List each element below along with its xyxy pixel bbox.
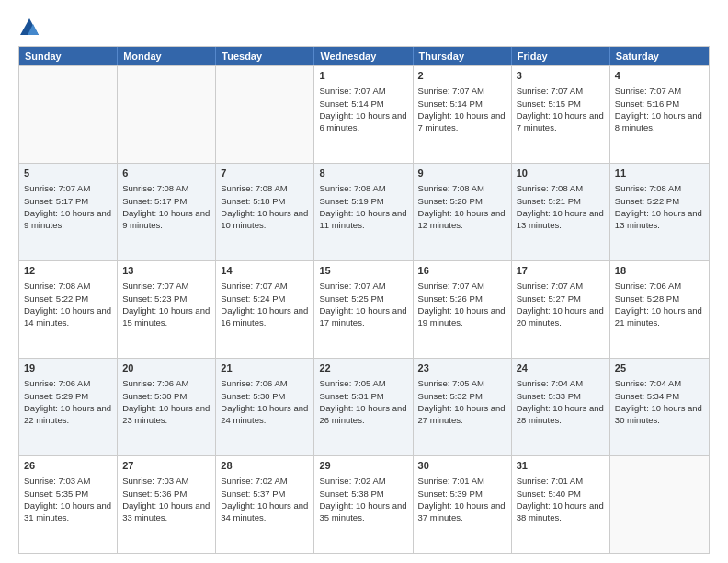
daylight-line: Daylight: 10 hours and 22 minutes. [24, 402, 112, 427]
sunset-line: Sunset: 5:17 PM [24, 195, 112, 207]
daylight-line: Daylight: 10 hours and 6 minutes. [319, 109, 407, 134]
daylight-line: Daylight: 10 hours and 7 minutes. [517, 109, 605, 134]
daylight-line: Daylight: 10 hours and 17 minutes. [319, 304, 407, 329]
sunrise-line: Sunrise: 7:04 AM [517, 377, 605, 389]
daylight-line: Daylight: 10 hours and 30 minutes. [615, 402, 704, 427]
sunset-line: Sunset: 5:30 PM [221, 390, 309, 402]
daylight-line: Daylight: 10 hours and 13 minutes. [517, 207, 605, 232]
sunrise-line: Sunrise: 7:07 AM [418, 85, 506, 97]
sunset-line: Sunset: 5:27 PM [517, 293, 605, 304]
calendar-row: 5Sunrise: 7:07 AMSunset: 5:17 PMDaylight… [19, 163, 709, 260]
day-number: 7 [221, 167, 309, 180]
sunrise-line: Sunrise: 7:05 AM [418, 377, 506, 389]
sunrise-line: Sunrise: 7:07 AM [615, 85, 704, 97]
day-number: 2 [418, 69, 506, 83]
sunrise-line: Sunrise: 7:08 AM [221, 182, 309, 194]
sunset-line: Sunset: 5:14 PM [418, 98, 506, 109]
sunset-line: Sunset: 5:16 PM [615, 98, 704, 109]
day-number: 10 [517, 167, 605, 180]
sunrise-line: Sunrise: 7:07 AM [517, 280, 605, 292]
daylight-line: Daylight: 10 hours and 27 minutes. [418, 402, 506, 427]
sunset-line: Sunset: 5:40 PM [517, 488, 605, 500]
daylight-line: Daylight: 10 hours and 19 minutes. [418, 304, 506, 329]
day-number: 3 [517, 69, 605, 83]
calendar-cell [216, 66, 314, 163]
daylight-line: Daylight: 10 hours and 31 minutes. [24, 500, 112, 524]
sunrise-line: Sunrise: 7:07 AM [221, 280, 309, 292]
sunrise-line: Sunrise: 7:07 AM [517, 85, 605, 97]
calendar-header: SundayMondayTuesdayWednesdayThursdayFrid… [19, 47, 709, 65]
calendar-cell: 1Sunrise: 7:07 AMSunset: 5:14 PMDaylight… [314, 66, 413, 163]
day-number: 19 [24, 362, 112, 375]
sunset-line: Sunset: 5:24 PM [221, 293, 309, 304]
sunrise-line: Sunrise: 7:03 AM [122, 475, 210, 487]
sunrise-line: Sunrise: 7:07 AM [24, 182, 112, 194]
calendar-cell: 7Sunrise: 7:08 AMSunset: 5:18 PMDaylight… [216, 164, 314, 260]
day-number: 29 [319, 459, 407, 473]
day-number: 9 [418, 167, 506, 180]
sunrise-line: Sunrise: 7:05 AM [319, 377, 407, 389]
sunrise-line: Sunrise: 7:08 AM [517, 182, 605, 194]
sunset-line: Sunset: 5:17 PM [122, 195, 210, 207]
sunset-line: Sunset: 5:29 PM [24, 390, 112, 402]
daylight-line: Daylight: 10 hours and 38 minutes. [517, 500, 605, 524]
sunset-line: Sunset: 5:33 PM [517, 390, 605, 402]
sunset-line: Sunset: 5:21 PM [517, 195, 605, 207]
sunrise-line: Sunrise: 7:06 AM [221, 377, 309, 389]
calendar-cell: 14Sunrise: 7:07 AMSunset: 5:24 PMDayligh… [216, 261, 314, 358]
sunset-line: Sunset: 5:15 PM [517, 98, 605, 109]
calendar-cell: 22Sunrise: 7:05 AMSunset: 5:31 PMDayligh… [314, 359, 413, 455]
calendar-cell: 18Sunrise: 7:06 AMSunset: 5:28 PMDayligh… [610, 261, 709, 358]
day-number: 17 [517, 264, 605, 278]
calendar-cell: 15Sunrise: 7:07 AMSunset: 5:25 PMDayligh… [314, 261, 413, 358]
sunrise-line: Sunrise: 7:06 AM [615, 280, 704, 292]
calendar-cell: 3Sunrise: 7:07 AMSunset: 5:15 PMDaylight… [512, 66, 610, 163]
daylight-line: Daylight: 10 hours and 7 minutes. [418, 109, 506, 134]
sunset-line: Sunset: 5:34 PM [615, 390, 704, 402]
day-number: 20 [122, 362, 210, 375]
daylight-line: Daylight: 10 hours and 9 minutes. [24, 207, 112, 232]
day-number: 26 [24, 459, 112, 473]
sunset-line: Sunset: 5:14 PM [319, 98, 407, 109]
calendar-header-cell: Tuesday [216, 47, 314, 65]
sunset-line: Sunset: 5:28 PM [615, 293, 704, 304]
calendar-cell: 29Sunrise: 7:02 AMSunset: 5:38 PMDayligh… [314, 456, 413, 553]
sunset-line: Sunset: 5:32 PM [418, 390, 506, 402]
day-number: 8 [319, 167, 407, 180]
calendar-cell: 20Sunrise: 7:06 AMSunset: 5:30 PMDayligh… [118, 359, 216, 455]
calendar-header-cell: Saturday [610, 47, 709, 65]
day-number: 13 [122, 264, 210, 278]
sunrise-line: Sunrise: 7:01 AM [418, 475, 506, 487]
day-number: 12 [24, 264, 112, 278]
daylight-line: Daylight: 10 hours and 9 minutes. [122, 207, 210, 232]
day-number: 28 [221, 459, 309, 473]
calendar-header-cell: Wednesday [314, 47, 413, 65]
calendar: SundayMondayTuesdayWednesdayThursdayFrid… [18, 46, 710, 554]
calendar-row: 19Sunrise: 7:06 AMSunset: 5:29 PMDayligh… [19, 358, 709, 455]
day-number: 27 [122, 459, 210, 473]
sunrise-line: Sunrise: 7:07 AM [319, 280, 407, 292]
calendar-cell: 25Sunrise: 7:04 AMSunset: 5:34 PMDayligh… [610, 359, 709, 455]
page: SundayMondayTuesdayWednesdayThursdayFrid… [0, 0, 728, 563]
daylight-line: Daylight: 10 hours and 37 minutes. [418, 500, 506, 524]
calendar-cell: 19Sunrise: 7:06 AMSunset: 5:29 PMDayligh… [19, 359, 118, 455]
calendar-cell: 31Sunrise: 7:01 AMSunset: 5:40 PMDayligh… [512, 456, 610, 553]
calendar-header-cell: Friday [512, 47, 610, 65]
calendar-cell: 2Sunrise: 7:07 AMSunset: 5:14 PMDaylight… [414, 66, 512, 163]
sunset-line: Sunset: 5:37 PM [221, 488, 309, 500]
calendar-cell: 30Sunrise: 7:01 AMSunset: 5:39 PMDayligh… [414, 456, 512, 553]
daylight-line: Daylight: 10 hours and 12 minutes. [418, 207, 506, 232]
sunrise-line: Sunrise: 7:07 AM [319, 85, 407, 97]
calendar-cell: 12Sunrise: 7:08 AMSunset: 5:22 PMDayligh… [19, 261, 118, 358]
sunrise-line: Sunrise: 7:07 AM [122, 280, 210, 292]
sunrise-line: Sunrise: 7:03 AM [24, 475, 112, 487]
daylight-line: Daylight: 10 hours and 33 minutes. [122, 500, 210, 524]
sunset-line: Sunset: 5:26 PM [418, 293, 506, 304]
calendar-row: 26Sunrise: 7:03 AMSunset: 5:35 PMDayligh… [19, 455, 709, 553]
calendar-cell: 9Sunrise: 7:08 AMSunset: 5:20 PMDaylight… [414, 164, 512, 260]
sunset-line: Sunset: 5:39 PM [418, 488, 506, 500]
calendar-row: 1Sunrise: 7:07 AMSunset: 5:14 PMDaylight… [19, 65, 709, 163]
day-number: 22 [319, 362, 407, 375]
calendar-header-cell: Sunday [19, 47, 118, 65]
calendar-row: 12Sunrise: 7:08 AMSunset: 5:22 PMDayligh… [19, 260, 709, 358]
